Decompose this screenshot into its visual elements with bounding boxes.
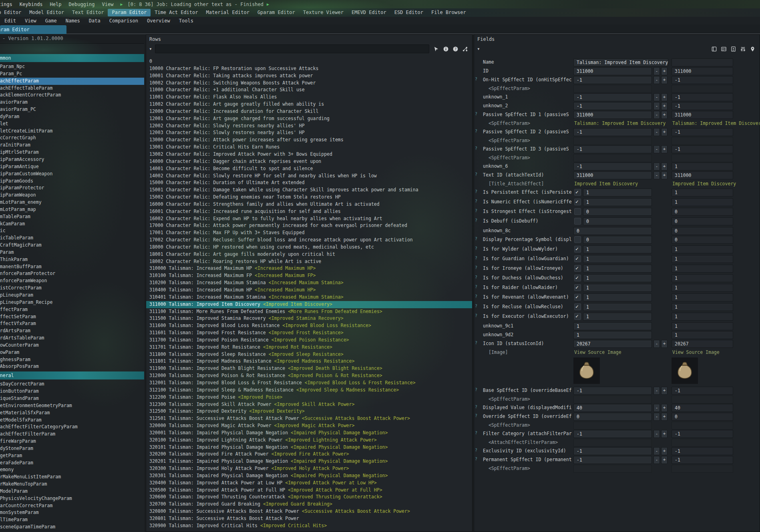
field-value-input[interactable]: 0 <box>583 217 652 225</box>
field-value-input[interactable]: -1 <box>573 387 652 395</box>
increment-button[interactable]: + <box>661 145 668 153</box>
param-item-lockcamparam[interactable]: LockCamParam <box>0 221 144 228</box>
field-value-input[interactable]: 1 <box>583 245 652 253</box>
field-help-icon[interactable]: ? <box>475 209 477 213</box>
field-help-icon[interactable]: ? <box>475 285 477 289</box>
param-item-throwparam[interactable]: ThrowParam <box>0 349 144 356</box>
param-row-320400[interactable]: 320400 Talisman: Improved Attack Power a… <box>146 480 472 487</box>
graph-icon[interactable] <box>462 46 468 52</box>
param-item-charmakemenulistitemparam[interactable]: CharMakeMenuListItemParam <box>0 474 144 481</box>
menu-keybinds[interactable]: Keybinds <box>16 2 46 7</box>
editor-tab-model-editor[interactable]: Model Editor <box>25 9 68 16</box>
field-value-input[interactable]: -1 <box>573 430 652 438</box>
increment-button[interactable]: + <box>661 76 668 84</box>
increment-button[interactable]: + <box>661 163 668 171</box>
param-item-equipmtrlsetparam[interactable]: EquipMtrlSetParam <box>0 149 144 156</box>
param-item-clearcountcorrectparam[interactable]: ClearCountCorrectParam <box>0 502 144 510</box>
field-help-icon[interactable]: ? <box>475 172 477 177</box>
field-value-input[interactable]: 1 <box>583 189 652 197</box>
param-row-17001[interactable]: 17001 Character Relic: Max FP Up with 3+… <box>146 229 472 237</box>
param-row-320101[interactable]: 320101 Talisman: Impaired Physical Damag… <box>146 444 472 451</box>
param-row-13001[interactable]: 13001 Character Relic: Critical Hits Ear… <box>146 144 472 151</box>
field-value-input[interactable] <box>573 422 652 430</box>
field-value-input[interactable]: 1 <box>583 293 652 301</box>
param-row-16002[interactable]: 16002 Character Relic: Expend own HP to … <box>146 215 472 223</box>
param-item-chrphysicsvelocitychangeparam[interactable]: ChrPhysicsVelocityChangeParam <box>0 495 144 502</box>
param-item-equipparamprotector[interactable]: EquipParamProtector <box>0 185 144 192</box>
param-row-13000[interactable]: 13000 Character Relic: Attack power incr… <box>146 137 472 144</box>
param-row-320500[interactable]: 320500 Talisman: Improved Attack Power a… <box>146 487 472 494</box>
param-row-320000[interactable]: 320000 Talisman: Improved Magic Attack P… <box>146 422 472 430</box>
param-item-bulletcreatelimitparam[interactable]: BulletCreateLimitParam <box>0 128 144 135</box>
checkbox[interactable] <box>574 246 581 253</box>
param-item-shoplineupparam-recipe[interactable]: ShopLineupParam_Recipe <box>0 299 144 306</box>
menu-view[interactable]: View <box>99 2 117 7</box>
checkbox[interactable] <box>574 275 581 281</box>
menu-help[interactable]: Help <box>46 2 65 7</box>
param-row-312000[interactable]: 312000 Talisman: Improved Poison & Rot R… <box>146 372 472 379</box>
param-item-chrmodelparam[interactable]: ChrModelParam <box>0 488 144 495</box>
param-row-10001[interactable]: 10001 Character Relic: Taking attacks im… <box>146 72 472 80</box>
increment-button[interactable]: + <box>661 111 668 119</box>
param-row-18001[interactable]: 18001 Character Relic: Art gauge fills m… <box>146 251 472 258</box>
param-row-11001[interactable]: 11001 Character Relic: Flask Also Heals … <box>146 94 472 101</box>
field-help-icon[interactable]: ? <box>475 189 477 194</box>
field-help-icon[interactable]: ? <box>475 341 477 345</box>
param-menu-edit[interactable]: Edit <box>0 18 20 24</box>
param-item-bossdaycorrectparam[interactable]: BossDayCorrectParam <box>0 381 144 388</box>
param-item-buddystoneparam[interactable]: BuddyStoneParam <box>0 445 144 452</box>
chevron-down-icon[interactable]: ▼ <box>148 47 153 51</box>
field-help-icon[interactable]: ? <box>475 218 477 223</box>
param-row-310400[interactable]: 310400 Talisman: Increased Maximum HP <I… <box>146 287 472 294</box>
param-row-310100[interactable]: 310100 Talisman: Increased Maximum FP <I… <box>146 272 472 279</box>
field-value-input[interactable]: 311000 <box>573 67 652 75</box>
param-row-14002[interactable]: 14002 Character Relic: Slowly restore HP… <box>146 173 472 180</box>
param-item-resistcorrectparam[interactable]: ResistCorrectParam <box>0 285 144 292</box>
param-row-14001[interactable]: 14001 Character Relic: Become difficult … <box>146 165 472 173</box>
editor-tab-map-editor[interactable]: Map Editor <box>0 9 25 16</box>
param-category-common[interactable]: Common <box>0 54 144 62</box>
param-item-equipparamgoods[interactable]: EquipParamGoods <box>0 178 144 185</box>
param-item-antiquestandparam[interactable]: AntiqueStandParam <box>0 395 144 402</box>
decrement-button[interactable]: - <box>653 456 660 464</box>
param-row-312001[interactable]: 312001 Talisman: Improved Blood Loss & F… <box>146 379 472 387</box>
field-help-icon[interactable]: ? <box>475 457 477 461</box>
field-value-input[interactable]: 1 <box>583 265 652 273</box>
param-item-swordartstableparam[interactable]: SwordArtsTableParam <box>0 335 144 342</box>
field-value-input[interactable]: -1 <box>573 93 652 101</box>
field-help-icon[interactable]: ? <box>475 129 477 133</box>
param-item-cooltimeparam[interactable]: CoolTimeParam <box>0 516 144 524</box>
param-row-0[interactable]: 0 <box>146 58 472 65</box>
param-item-equipparamcustomweapon[interactable]: EquipParamCustomWeapon <box>0 171 144 178</box>
param-item-equipparamaccessory[interactable]: EquipParamAccessory <box>0 156 144 163</box>
field-value-input[interactable]: 0 <box>573 227 652 235</box>
checkbox[interactable] <box>574 265 581 272</box>
param-item-permanentbuffparam[interactable]: PermanentBuffParam <box>0 263 144 271</box>
param-item-equipparamweapon[interactable]: EquipParamWeapon <box>0 192 144 199</box>
editor-tab-param-editor[interactable]: Param Editor <box>108 9 151 16</box>
checkbox[interactable] <box>574 236 581 243</box>
param-item-atkparam-npc[interactable]: AtkParam_Npc <box>0 63 144 70</box>
decrement-button[interactable]: - <box>653 387 660 395</box>
field-value-input[interactable]: Talisman: Improved Item Discovery <box>573 58 668 66</box>
param-item-itemlotparam-enemy[interactable]: ItemLotParam_enemy <box>0 199 144 206</box>
field-value-input[interactable]: 40 <box>573 404 652 412</box>
param-row-310401[interactable]: 310401 Talisman: Increased Maximum Stami… <box>146 294 472 301</box>
param-row-311601[interactable]: 311601 Talisman: Improved Frost Resistan… <box>146 329 472 337</box>
param-row-311800[interactable]: 311800 Talisman: Improved Sleep Resistan… <box>146 351 472 358</box>
param-row-320201[interactable]: 320201 Talisman: Impaired Physical Damag… <box>146 458 472 465</box>
field-help-icon[interactable]: ? <box>475 265 477 270</box>
field-help-icon[interactable]: ? <box>475 77 477 81</box>
view-source-image-link[interactable]: View Source Image <box>574 349 621 355</box>
param-row-15001[interactable]: 15001 Character Relic: Damage taken whil… <box>146 187 472 194</box>
editor-tab-emevd-editor[interactable]: EMEVD Editor <box>348 9 390 16</box>
param-item-wepabsorpposparam[interactable]: WepAbsorpPosParam <box>0 363 144 370</box>
field-value-input[interactable] <box>573 465 652 473</box>
field-value-input[interactable]: -1 <box>573 76 652 84</box>
field-help-icon[interactable]: ? <box>475 237 477 241</box>
param-item-commonsystemparam[interactable]: CommonSystemParam <box>0 509 144 516</box>
increment-button[interactable]: + <box>661 102 668 110</box>
param-row-312200[interactable]: 312200 Talisman: Improved Poise <Improve… <box>146 394 472 401</box>
row-search-input[interactable] <box>155 44 429 53</box>
param-row-311500[interactable]: 311500 Talisman: Improved Stamina Recove… <box>146 315 472 322</box>
